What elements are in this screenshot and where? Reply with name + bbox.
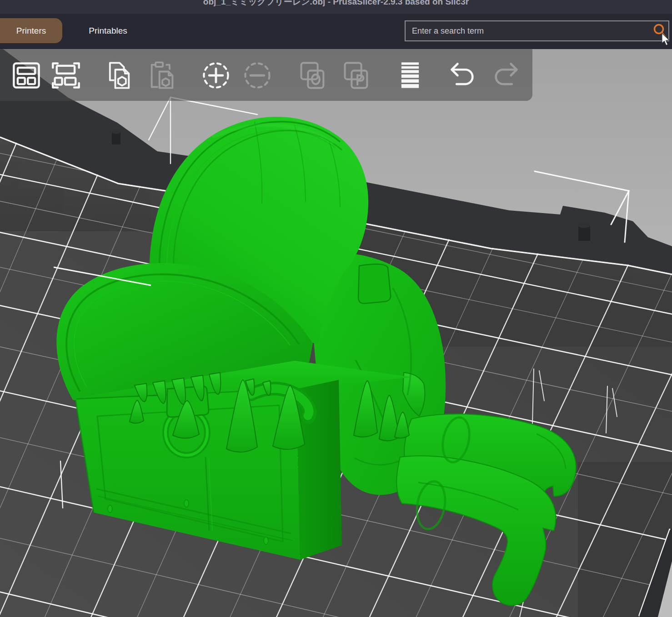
redo-icon xyxy=(491,60,522,91)
window-title: obj_1_ミミックフリーレン.obj - PrusaSlicer-2.9.3 … xyxy=(0,0,672,8)
paste-icon xyxy=(146,60,177,91)
add-instance-button[interactable] xyxy=(199,58,233,93)
mouse-cursor xyxy=(661,33,671,46)
tab-printers[interactable]: Printers xyxy=(0,18,62,43)
tab-label: Printers xyxy=(16,26,46,36)
variable-layer-height-button[interactable] xyxy=(393,58,427,93)
split-objects-button[interactable] xyxy=(296,58,330,93)
add-instance-icon xyxy=(201,60,231,91)
prusaslicer-window: { "window": { "title": "obj_1_ミミックフリーレン.… xyxy=(0,0,672,617)
split-parts-button[interactable] xyxy=(339,58,374,93)
copy-button[interactable] xyxy=(102,58,136,93)
tab-printables[interactable]: Printables xyxy=(73,18,143,43)
search-input[interactable] xyxy=(406,26,652,36)
arrange-all-button[interactable] xyxy=(9,58,44,93)
top-navbar: PrintersPrintables xyxy=(0,14,672,49)
split-objects-icon xyxy=(297,60,328,91)
paste-button[interactable] xyxy=(145,58,179,93)
undo-button[interactable] xyxy=(445,58,480,93)
tab-label: Printables xyxy=(89,26,127,36)
arrange-all-icon xyxy=(11,60,42,91)
arrange-selection-button[interactable] xyxy=(49,58,83,93)
variable-layer-height-icon xyxy=(395,60,426,91)
remove-instance-button[interactable] xyxy=(240,58,275,93)
redo-button[interactable] xyxy=(489,58,523,93)
bed-peg xyxy=(112,130,120,145)
viewport-3d[interactable] xyxy=(0,49,672,617)
undo-icon xyxy=(447,60,478,91)
arrange-selection-icon xyxy=(50,60,81,91)
copy-icon xyxy=(104,60,135,91)
search-box[interactable] xyxy=(405,20,669,41)
model-shoulder-plate xyxy=(358,264,391,304)
bed-peg xyxy=(578,223,590,241)
remove-instance-icon xyxy=(242,60,273,91)
split-parts-icon xyxy=(341,60,372,91)
window-titlebar: obj_1_ミミックフリーレン.obj - PrusaSlicer-2.9.3 … xyxy=(0,0,672,14)
